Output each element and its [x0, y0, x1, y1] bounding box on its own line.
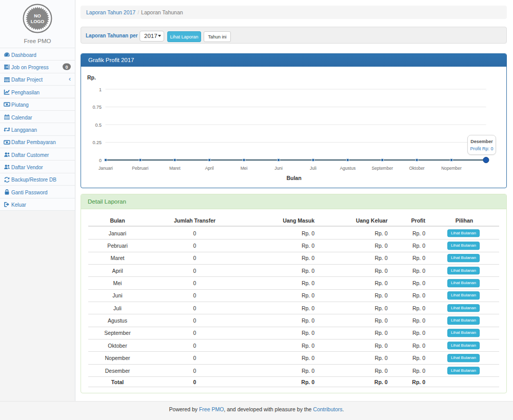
- svg-text:Januari: Januari: [98, 165, 113, 170]
- svg-text:Bulan: Bulan: [286, 175, 301, 181]
- svg-text:Juni: Juni: [274, 165, 283, 170]
- svg-text:September: September: [371, 165, 393, 170]
- svg-text:0.25: 0.25: [92, 140, 102, 145]
- svg-text:NO: NO: [34, 13, 41, 18]
- svg-text:Agustus: Agustus: [340, 165, 356, 170]
- svg-text:1: 1: [99, 87, 102, 92]
- svg-text:Juli: Juli: [310, 165, 317, 170]
- svg-text:LOGO: LOGO: [31, 19, 45, 24]
- svg-text:Maret: Maret: [169, 165, 181, 170]
- svg-text:April: April: [205, 165, 214, 170]
- svg-text:Pebruari: Pebruari: [132, 165, 148, 170]
- svg-text:0: 0: [99, 157, 102, 163]
- svg-text:Mei: Mei: [241, 165, 248, 170]
- svg-text:Oktober: Oktober: [409, 165, 424, 170]
- svg-text:Nopember: Nopember: [441, 165, 462, 170]
- svg-text:0.75: 0.75: [92, 105, 102, 110]
- svg-text:0.5: 0.5: [95, 122, 102, 127]
